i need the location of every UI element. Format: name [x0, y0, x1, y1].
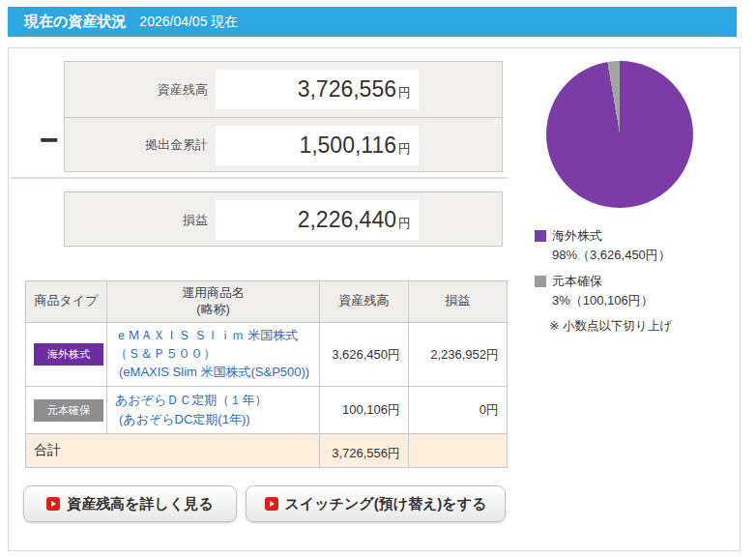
product-name-link[interactable]: あおぞらＤＣ定期（１年） [115, 392, 311, 410]
total-label: 合計 [26, 434, 320, 468]
products-table: 商品タイプ 運用商品名 (略称) 資産残高 損益 海外株式 ｅＭＡＸＩＳ Ｓｌｉ… [25, 280, 508, 468]
contribution-total-value: 1,500,116 [299, 132, 396, 159]
table-row: 元本確保 あおぞらＤＣ定期（１年） (あおぞらDC定期(1年)) 100,106… [26, 387, 508, 434]
legend-swatch [535, 276, 546, 287]
header-product-name: 運用商品名 (略称) [107, 281, 320, 323]
section-header: 現在の資産状況 2026/04/05 現在 [8, 7, 737, 37]
product-type-badge: 海外株式 [34, 343, 103, 366]
profit-loss-unit: 円 [398, 208, 411, 232]
asset-status-panel: 資産残高 3,726,556 円 拠出金累計 1,500,116 円 − 損益 … [8, 47, 741, 551]
pie-legend: 海外株式 98%（3,626,450円） 元本確保 3%（100,106円） ※… [535, 227, 672, 335]
legend-detail-principal-protected: 3%（100,106円） [552, 292, 672, 309]
switching-button[interactable]: スイッチング(預け替え)をする [246, 485, 506, 522]
table-header-row: 商品タイプ 運用商品名 (略称) 資産残高 損益 [26, 281, 508, 323]
view-balance-details-label: 資産残高を詳しく見る [67, 495, 213, 513]
contribution-total-label: 拠出金累計 [65, 136, 208, 154]
product-name-link[interactable]: ｅＭＡＸＩＳ Ｓｌｉｍ 米国株式（Ｓ＆Ｐ５００） [115, 327, 311, 364]
balance-summary-box: 資産残高 3,726,556 円 拠出金累計 1,500,116 円 [64, 61, 503, 172]
header-product-type: 商品タイプ [26, 281, 107, 323]
total-row: 合計 3,726,556円 [26, 434, 508, 468]
legend-label-principal-protected: 元本確保 [552, 273, 602, 290]
products-table-wrap: 商品タイプ 運用商品名 (略称) 資産残高 損益 海外株式 ｅＭＡＸＩＳ Ｓｌｉ… [25, 280, 508, 468]
product-profit-loss: 2,236,952円 [409, 322, 508, 387]
table-row: 海外株式 ｅＭＡＸＩＳ Ｓｌｉｍ 米国株式（Ｓ＆Ｐ５００） (eMAXIS Sl… [26, 322, 508, 387]
equals-divider [11, 177, 508, 179]
product-balance: 3,626,450円 [320, 322, 409, 387]
product-balance: 100,106円 [320, 387, 409, 434]
asset-balance-value: 3,726,556 [298, 76, 396, 103]
as-of-date: 2026/04/05 現在 [139, 14, 238, 31]
legend-detail-foreign-stocks: 98%（3,626,450円） [552, 247, 672, 264]
play-icon [46, 497, 60, 511]
profit-loss-row: 損益 2,226,440 円 [65, 192, 502, 248]
product-name-abbrev-link[interactable]: (あおぞらDC定期(1年)) [115, 411, 311, 429]
total-balance: 3,726,556円 [320, 434, 409, 468]
rounding-note: ※ 小数点以下切り上げ [549, 318, 672, 335]
contribution-total-value-box: 1,500,116 円 [216, 126, 419, 165]
view-balance-details-button[interactable]: 資産残高を詳しく見る [23, 485, 237, 522]
play-icon [265, 497, 278, 511]
legend-swatch [535, 230, 546, 242]
header-asset-balance: 資産残高 [320, 281, 409, 323]
product-profit-loss: 0円 [409, 387, 508, 434]
total-profit-loss [409, 434, 508, 468]
legend-item-foreign-stocks: 海外株式 98%（3,626,450円） [535, 227, 672, 264]
switching-label: スイッチング(預け替え)をする [285, 495, 487, 513]
legend-item-principal-protected: 元本確保 3%（100,106円） [535, 273, 672, 309]
legend-label-foreign-stocks: 海外株式 [552, 227, 602, 245]
product-type-badge: 元本確保 [34, 399, 103, 422]
contribution-total-row: 拠出金累計 1,500,116 円 [65, 117, 502, 172]
asset-balance-row: 資産残高 3,726,556 円 [65, 62, 502, 117]
contribution-total-unit: 円 [398, 133, 411, 158]
pie-chart [546, 61, 693, 208]
profit-loss-label: 損益 [65, 212, 208, 229]
asset-balance-unit: 円 [398, 77, 411, 102]
profit-summary-box: 損益 2,226,440 円 [64, 191, 503, 247]
minus-icon: − [30, 120, 69, 159]
asset-balance-label: 資産残高 [65, 81, 208, 99]
profit-loss-value-box: 2,226,440 円 [216, 200, 419, 240]
product-name-abbrev-link[interactable]: (eMAXIS Slim 米国株式(S&P500)) [115, 364, 311, 382]
profit-loss-value: 2,226,440 [298, 207, 396, 233]
page-title: 現在の資産状況 [24, 13, 126, 31]
asset-balance-value-box: 3,726,556 円 [216, 70, 419, 109]
header-profit-loss: 損益 [409, 281, 508, 323]
